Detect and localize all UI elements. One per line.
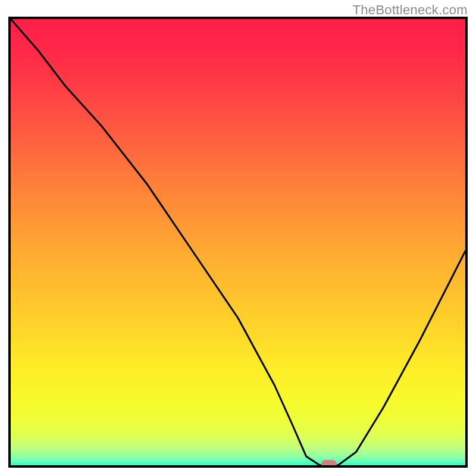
attribution-text: TheBottleneck.com bbox=[353, 2, 468, 18]
chart-frame bbox=[8, 17, 468, 468]
optimal-marker bbox=[321, 460, 337, 468]
bottleneck-curve bbox=[11, 19, 465, 465]
chart-container: TheBottleneck.com bbox=[0, 0, 476, 476]
